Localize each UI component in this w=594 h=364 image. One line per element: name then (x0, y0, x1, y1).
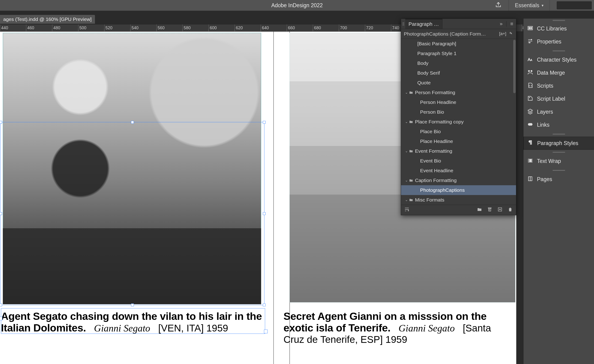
style-item[interactable]: [Basic Paragraph] (401, 39, 516, 49)
dock-item-pages[interactable]: Pages (523, 173, 594, 186)
scrollbar-thumb[interactable] (513, 40, 516, 93)
dock-item-properties[interactable]: Properties (523, 35, 594, 48)
dock-item-label: Paragraph Styles (537, 140, 578, 146)
style-label: Event Headline (404, 168, 453, 173)
workspace-label: Essentials (515, 2, 539, 9)
clear-overrides-icon[interactable]: ¶ (487, 207, 492, 213)
style-folder[interactable]: ⌄Event Formatting (401, 146, 516, 156)
new-folder-icon[interactable] (477, 207, 482, 213)
dock-item-links[interactable]: Links (523, 118, 594, 131)
panel-menu-icon[interactable]: ≡ (510, 21, 513, 27)
disclosure-icon[interactable]: ⌄ (404, 91, 409, 95)
folder-icon (409, 178, 415, 182)
image-frame-left[interactable] (3, 33, 261, 304)
style-item[interactable]: PhotographCaptions (401, 185, 516, 195)
style-label: Person Bio (404, 109, 444, 115)
ruler-tick: 720 (365, 24, 391, 31)
text-out-port[interactable] (264, 330, 268, 333)
dock-item-data-merge[interactable]: Data Merge (523, 66, 594, 79)
style-folder[interactable]: ⌄Place Formatting copy (401, 117, 516, 127)
caption-frame-left[interactable]: Agent Segato chasing down the vilan to h… (1, 311, 265, 334)
svg-point-4 (529, 42, 530, 43)
ruler-tick: 580 (182, 24, 209, 31)
style-label: PhotographCaptions (404, 187, 465, 193)
ruler-tick: 680 (313, 24, 339, 31)
style-label: Person Headline (404, 99, 456, 105)
disclosure-icon[interactable]: ⌄ (404, 178, 409, 182)
style-label: Place Bio (404, 129, 441, 134)
dock-item-text-wrap[interactable]: Text Wrap (523, 155, 594, 168)
disclosure-icon[interactable]: ⌄ (404, 120, 409, 124)
text-in-port[interactable] (0, 317, 2, 320)
text-wrap-icon (527, 158, 533, 165)
dock-item-script-label[interactable]: Script Label (523, 92, 594, 105)
style-label: Person Formatting (415, 90, 455, 95)
dock-item-paragraph-styles[interactable]: Paragraph Styles (523, 137, 594, 150)
caption-meta: [VEN, ITA] 1959 (158, 323, 228, 334)
ruler-tick: 600 (209, 24, 235, 31)
folder-icon (409, 91, 415, 95)
dock-item-character-styles[interactable]: AACharacter Styles (523, 53, 594, 66)
caption-frame-right[interactable]: Secret Agent Gianni on a misssion on the… (284, 311, 514, 345)
override-badge[interactable]: [a+] (499, 31, 506, 36)
style-item[interactable]: Event Bio (401, 156, 516, 166)
dock-item-layers[interactable]: Layers (523, 105, 594, 118)
document-tab-strip: ages (Test).indd @ 160% [GPU Preview] (0, 15, 95, 24)
map-styles-icon[interactable] (404, 207, 409, 213)
style-item[interactable]: Paragraph Style 1 (401, 49, 516, 58)
style-item[interactable]: Place Bio (401, 127, 516, 136)
dock-item-label: Layers (537, 109, 553, 115)
ruler-tick: 480 (52, 24, 78, 31)
cc-libraries-icon (527, 25, 533, 32)
dock-item-label: Script Label (537, 96, 565, 102)
disclosure-icon[interactable]: ⌄ (404, 198, 409, 202)
panel-grip[interactable] (401, 19, 405, 29)
share-icon[interactable] (495, 2, 502, 9)
caption-author: Gianni Segato (398, 323, 455, 334)
style-item[interactable]: Event Headline (401, 166, 516, 176)
chevron-down-icon: ▾ (542, 3, 543, 8)
disclosure-icon[interactable]: ⌄ (404, 149, 409, 153)
delete-icon[interactable] (508, 207, 513, 213)
style-item[interactable]: Body Serif (401, 68, 516, 78)
pages-icon (527, 176, 533, 183)
document-tab[interactable]: ages (Test).indd @ 160% [GPU Preview] (0, 15, 95, 24)
search-input[interactable] (557, 1, 592, 9)
dock-separator[interactable] (523, 150, 594, 155)
panel-tab[interactable]: Paragraph … (405, 19, 442, 29)
svg-point-3 (531, 39, 532, 40)
ruler-tick: 560 (156, 24, 182, 31)
style-folder[interactable]: ⌄Caption Formatting (401, 176, 516, 185)
svg-rect-1 (529, 27, 530, 29)
current-style-label: PhotographCaptions (Caption Form… (404, 31, 486, 37)
style-item[interactable]: Person Headline (401, 98, 516, 107)
dock-item-cc-libraries[interactable]: CC Libraries (523, 22, 594, 35)
dock-item-scripts[interactable]: Scripts (523, 79, 594, 92)
ruler-tick: 500 (78, 24, 104, 31)
dock-separator[interactable] (523, 131, 594, 137)
style-item[interactable]: Quote (401, 78, 516, 88)
clear-override-icon[interactable] (509, 31, 513, 37)
style-item[interactable]: Person Bio (401, 107, 516, 117)
style-folder[interactable]: ⌄Person Formatting (401, 88, 516, 98)
dock-grip[interactable] (523, 19, 594, 22)
svg-text:A: A (528, 57, 530, 62)
panel-tab-bar: Paragraph … » ≡ (401, 19, 516, 29)
style-item[interactable]: Place Headline (401, 136, 516, 146)
scripts-icon (527, 82, 533, 90)
collapse-icon[interactable]: » (500, 21, 503, 27)
paragraph-styles-panel: Paragraph … » ≡ PhotographCaptions (Capt… (401, 19, 516, 215)
style-folder[interactable]: ⌄Misc Formats (401, 195, 516, 205)
dock-separator[interactable] (523, 168, 594, 173)
new-style-icon[interactable] (497, 207, 503, 213)
script-label-icon (527, 95, 533, 103)
caption-author: Gianni Segato (94, 323, 150, 334)
style-item[interactable]: Body (401, 58, 516, 68)
workspace-switcher[interactable]: Essentials ▾ (509, 0, 550, 11)
app-bar: Adobe InDesign 2022 Essentials ▾ (0, 0, 594, 11)
dock-separator[interactable] (523, 48, 594, 53)
style-label: Paragraph Style 1 (404, 51, 456, 56)
ruler-tick: 660 (287, 24, 313, 31)
style-label: [Basic Paragraph] (404, 41, 456, 46)
links-icon (527, 121, 533, 129)
